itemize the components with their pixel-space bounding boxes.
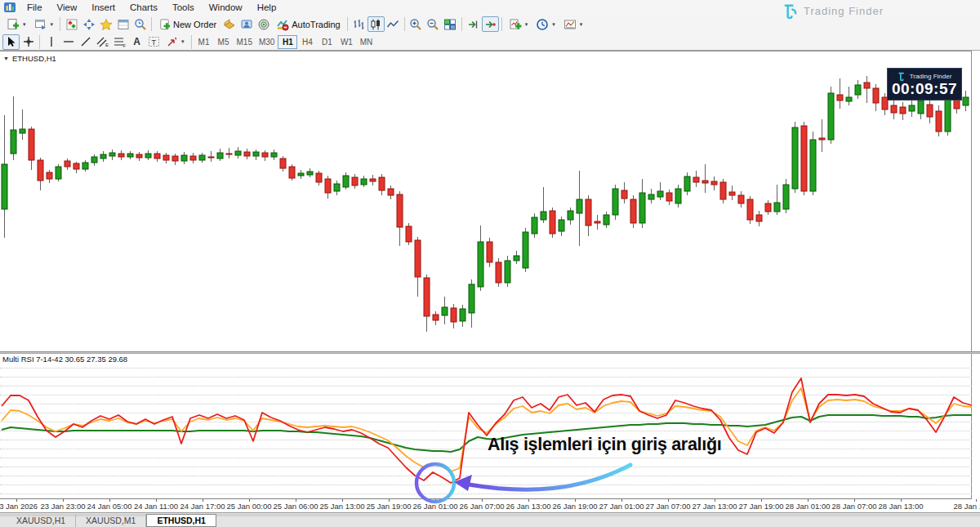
candle <box>478 242 483 287</box>
trendline-tool-button[interactable] <box>77 34 94 50</box>
time-label: 28 Jan 01:00 <box>786 502 831 511</box>
auto-scroll-button[interactable] <box>482 16 499 32</box>
templates-icon <box>564 18 577 31</box>
chart-tab-xauusd-h1[interactable]: XAUUSD,H1 <box>7 515 76 527</box>
candle <box>900 107 906 114</box>
candle <box>38 160 43 181</box>
candle <box>487 242 492 262</box>
candle <box>424 278 430 316</box>
toolbar-separator <box>60 17 60 31</box>
timeframe-m5-button[interactable]: M5 <box>214 35 234 49</box>
profiles-button[interactable]: ▾ <box>30 16 58 32</box>
vertical-line-tool-button[interactable] <box>42 34 60 50</box>
timeframe-h1-button[interactable]: H1 <box>278 35 297 49</box>
community-icon <box>240 18 253 31</box>
candle-chart-type-button[interactable] <box>368 16 385 32</box>
menu-item-window[interactable]: Window <box>202 2 250 13</box>
candlestick-chart-icon <box>369 18 382 31</box>
horizontal-line-tool-button[interactable] <box>60 34 77 50</box>
candle <box>334 184 340 191</box>
price-chart-pane[interactable]: ▼ ETHUSD,H1 Trading Finder 00:09:57 <box>0 51 972 351</box>
menu-item-help[interactable]: Help <box>250 2 284 13</box>
navigator-button[interactable] <box>80 16 97 32</box>
menu-item-tools[interactable]: Tools <box>165 2 202 13</box>
candle <box>747 199 753 220</box>
fibonacci-tool-button[interactable]: F <box>111 34 128 50</box>
zoom-out-button[interactable] <box>425 16 442 32</box>
candle <box>361 179 367 185</box>
toolbar-separator <box>404 17 405 31</box>
timeframe-m30-button[interactable]: M30 <box>256 35 278 49</box>
templates-button[interactable]: ▾ <box>559 16 587 32</box>
data-window-button[interactable] <box>114 16 131 32</box>
crosshair-tool-button[interactable] <box>20 34 37 50</box>
candle <box>819 138 825 140</box>
candle <box>208 157 214 158</box>
menu-item-charts[interactable]: Charts <box>122 2 165 13</box>
zoom-in-button[interactable] <box>408 16 425 32</box>
candle <box>963 97 969 105</box>
metaeditor-button[interactable] <box>220 16 238 32</box>
candle <box>837 95 843 100</box>
zoom-in-icon <box>409 18 422 31</box>
menu-item-view[interactable]: View <box>50 2 85 13</box>
candle <box>630 199 636 223</box>
text-label-tool-button[interactable]: T <box>145 34 163 50</box>
candle <box>145 154 151 158</box>
candle <box>82 163 88 169</box>
candle <box>109 153 115 156</box>
timeframe-m15-button[interactable]: M15 <box>234 35 256 49</box>
time-label: 23 Jan 23:00 <box>41 502 86 511</box>
candle <box>316 173 322 182</box>
zoom-out-icon <box>426 18 439 31</box>
rsi-indicator-pane[interactable]: Multi RSI 7-14-42 30.65 27.35 29.68 Alış… <box>0 354 972 499</box>
text-tool-icon: A <box>133 37 140 47</box>
new-order-button[interactable]: New Order <box>154 16 220 32</box>
periods-button[interactable]: ▾ <box>532 16 559 32</box>
candle <box>720 182 726 199</box>
menu-item-insert[interactable]: Insert <box>84 2 122 13</box>
candle <box>343 176 349 187</box>
candle <box>91 157 97 163</box>
candle <box>595 221 600 223</box>
arrows-tool-button[interactable]: ▾ <box>163 34 189 50</box>
candle <box>451 308 457 322</box>
candle <box>307 172 313 175</box>
channel-tool-button[interactable]: E <box>94 34 111 50</box>
app-icon <box>3 2 16 13</box>
cursor-tool-button[interactable] <box>2 34 20 50</box>
candle <box>190 156 196 160</box>
market-watch-icon <box>65 18 78 31</box>
market-watch-button[interactable] <box>63 16 80 32</box>
web-button[interactable] <box>255 16 272 32</box>
templates-caret-icon: ▾ <box>580 21 583 28</box>
strategy-tester-button[interactable] <box>131 16 149 32</box>
timeframe-mn-button[interactable]: MN <box>356 35 376 49</box>
community-button[interactable] <box>238 16 255 32</box>
timeframe-d1-button[interactable]: D1 <box>317 35 336 49</box>
menu-item-file[interactable]: File <box>20 2 50 13</box>
time-label: 28 Jan 19:00 <box>954 502 980 511</box>
candle <box>541 212 546 220</box>
shift-chart-button[interactable] <box>465 16 482 32</box>
timeframe-h4-button[interactable]: H4 <box>297 35 317 49</box>
candle <box>702 181 708 183</box>
time-axis[interactable]: 23 Jan 202623 Jan 23:0024 Jan 05:0024 Ja… <box>0 499 980 512</box>
line-studies-toolbar: E F A T ▾ M1M5M15M30H1H4D1W1MN <box>0 33 980 51</box>
candle <box>550 211 555 234</box>
chart-tab-xauusd-m1[interactable]: XAUUSD,M1 <box>76 515 146 527</box>
bar-chart-type-button[interactable] <box>350 16 368 32</box>
tile-windows-button[interactable] <box>442 16 459 32</box>
candle <box>855 85 861 95</box>
timeframe-m1-button[interactable]: M1 <box>194 35 214 49</box>
chart-tab-ethusd-h1[interactable]: ETHUSD,H1 <box>146 514 216 527</box>
candle <box>163 155 169 160</box>
new-chart-button[interactable]: ▾ <box>2 16 30 32</box>
favorites-button[interactable] <box>97 16 114 32</box>
indicators-button[interactable]: ▾ <box>505 16 532 32</box>
text-tool-button[interactable]: A <box>128 34 145 50</box>
line-chart-type-button[interactable] <box>385 16 402 32</box>
autotrading-button[interactable]: AutoTrading <box>272 16 345 32</box>
new-chart-icon <box>7 18 20 31</box>
timeframe-w1-button[interactable]: W1 <box>336 35 356 49</box>
